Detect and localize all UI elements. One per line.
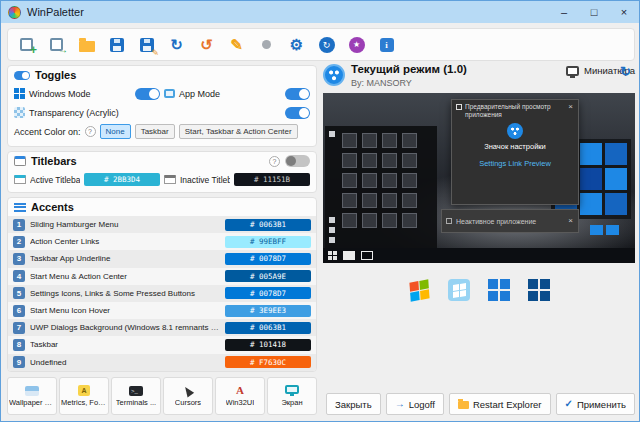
preview-tile	[605, 193, 627, 215]
undo-button[interactable]: ↻	[163, 32, 190, 57]
accent-color-chip[interactable]: # 0063B1	[225, 219, 311, 231]
accent-label: Action Center Links	[30, 237, 220, 246]
accent-color-on-row: Accent Color on: ? None Taskbar Start, T…	[8, 122, 316, 141]
preview-tile	[362, 213, 377, 228]
close-app-button[interactable]: Закрыть	[326, 393, 381, 415]
toggles-section: Toggles Windows Mode App Mode Transparen…	[7, 65, 317, 147]
accent-row-1: 1 Sliding Hamburger Menu # 0063B1	[8, 216, 316, 233]
edit-colors-button[interactable]: ✎	[223, 32, 250, 57]
open-folder-icon	[79, 41, 95, 52]
web-button[interactable]	[253, 32, 280, 57]
preview-tile	[342, 133, 357, 148]
new-theme-icon	[20, 38, 33, 51]
save-theme-button[interactable]	[103, 32, 130, 57]
accent-color-chip[interactable]: # 0078D7	[225, 253, 311, 265]
transparency-toggle[interactable]	[285, 107, 310, 119]
accent-number-badge: 1	[13, 219, 25, 231]
windows-10-style-button[interactable]	[486, 277, 512, 303]
accent-color-chip[interactable]: # 3E9EE3	[225, 305, 311, 317]
restart-explorer-button[interactable]: Restart Explorer	[449, 393, 551, 415]
save-theme-as-button[interactable]: ✎	[133, 32, 160, 57]
titlebars-toggle[interactable]	[285, 155, 310, 167]
windows-mode-toggle[interactable]	[135, 88, 160, 100]
windows-11-style-button[interactable]	[526, 277, 552, 303]
import-theme-icon	[50, 38, 63, 51]
preview-tile	[382, 213, 397, 228]
windows-7-style-button[interactable]	[446, 277, 472, 303]
accent-number-badge: 5	[13, 287, 25, 299]
accent-color-chip[interactable]: # 0078D7	[225, 287, 311, 299]
transparency-label: Transparency (Acrylic)	[29, 108, 119, 118]
metrics-fonts-button[interactable]: A Metrics, Fonts	[59, 377, 109, 415]
accents-list: 1 Sliding Hamburger Menu # 0063B1 2 Acti…	[8, 216, 316, 371]
accent-color-chip[interactable]: # 005A9E	[225, 270, 311, 282]
titlebars-help-icon[interactable]: ?	[269, 156, 280, 167]
cursor-icon	[182, 384, 194, 397]
settings-badge-icon	[507, 123, 523, 139]
new-theme-button[interactable]	[13, 32, 40, 57]
accent-on-taskbar-segment[interactable]: Taskbar	[135, 124, 175, 139]
accent-on-none-segment[interactable]: None	[100, 124, 131, 139]
preview-tile	[580, 193, 602, 215]
sync-button[interactable]: ↻	[313, 32, 340, 57]
cursors-button[interactable]: Cursors	[163, 377, 213, 415]
about-button[interactable]: i	[373, 32, 400, 57]
titlebars-row: Active Titlebar # 2BB3D4 Inactive Titleb…	[8, 170, 316, 189]
accent-color-chip[interactable]: # 101418	[225, 339, 311, 351]
logoff-button[interactable]: → Logoff	[386, 393, 444, 415]
globe-icon	[262, 40, 271, 49]
screen-button[interactable]: Экран	[267, 377, 317, 415]
inactive-titlebar-color-chip[interactable]: # 11151B	[234, 173, 310, 186]
accent-color-on-label: Accent Color on:	[14, 127, 81, 137]
accent-label: Start Menu & Action Center	[30, 272, 220, 281]
pencil-icon: ✎	[230, 37, 243, 52]
mode-row: Windows Mode App Mode	[8, 84, 316, 103]
accent-row-2: 2 Action Center Links # 99EBFF	[8, 233, 316, 250]
sync-icon: ↻	[319, 37, 335, 53]
accent-on-start-taskbar-ac-segment[interactable]: Start, Taskbar & Action Center	[179, 124, 298, 139]
accent-color-chip[interactable]: # 99EBFF	[225, 236, 311, 248]
active-titlebar-color-chip[interactable]: # 2BB3D4	[84, 173, 160, 186]
start-menu-tiles	[338, 126, 437, 248]
preview-tile	[402, 133, 417, 148]
close-button[interactable]: ×	[609, 1, 639, 23]
app-mode-toggle[interactable]	[285, 88, 310, 100]
wallpaper-tone-button[interactable]: Wallpaper Tone	[7, 377, 57, 415]
win32ui-button[interactable]: A Win32UI	[215, 377, 265, 415]
redo-icon: ↺	[200, 37, 213, 52]
windows-classic-style-button[interactable]	[406, 277, 432, 303]
metrics-fonts-label: Metrics, Fonts	[61, 398, 107, 407]
accent-help-icon[interactable]: ?	[85, 126, 96, 137]
titlebars-section-icon	[14, 156, 26, 166]
settings-button[interactable]: ⚙	[283, 32, 310, 57]
maximize-button[interactable]: □	[579, 1, 609, 23]
settings-small-icon	[329, 227, 335, 233]
app-window-icon	[164, 89, 175, 98]
active-titlebar-group: Active Titlebar # 2BB3D4	[14, 173, 160, 186]
import-theme-button[interactable]	[43, 32, 70, 57]
apply-button[interactable]: ✓ Применить	[556, 393, 635, 415]
theme-logo-icon	[323, 64, 345, 86]
accent-row-3: 3 Taskbar App Underline # 0078D7	[8, 250, 316, 267]
preview-taskbar	[323, 248, 635, 263]
transparency-icon	[14, 107, 25, 118]
theme-preview: Предварительный просмотр приложения × Зн…	[323, 93, 635, 263]
redo-button[interactable]: ↺	[193, 32, 220, 57]
minimize-button[interactable]: –	[549, 1, 579, 23]
logoff-label: Logoff	[409, 399, 435, 410]
hamburger-icon	[329, 131, 335, 137]
preview-tile	[362, 193, 377, 208]
refresh-preview-button[interactable]: ↻	[620, 65, 631, 78]
accent-number-badge: 4	[13, 270, 25, 282]
accent-color-chip[interactable]: # 0063B1	[225, 322, 311, 334]
logoff-icon: →	[395, 399, 405, 409]
preview-tile	[342, 213, 357, 228]
settings-link-preview: Settings Link Preview	[452, 159, 578, 168]
accent-number-badge: 2	[13, 236, 25, 248]
extras-button[interactable]: ★	[343, 32, 370, 57]
terminals-button[interactable]: >_ Terminals ...	[111, 377, 161, 415]
open-theme-button[interactable]	[73, 32, 100, 57]
extras-icon: ★	[349, 37, 365, 53]
accent-row-8: 8 Taskbar # 101418	[8, 336, 316, 353]
accent-color-chip[interactable]: # F7630C	[225, 356, 311, 368]
